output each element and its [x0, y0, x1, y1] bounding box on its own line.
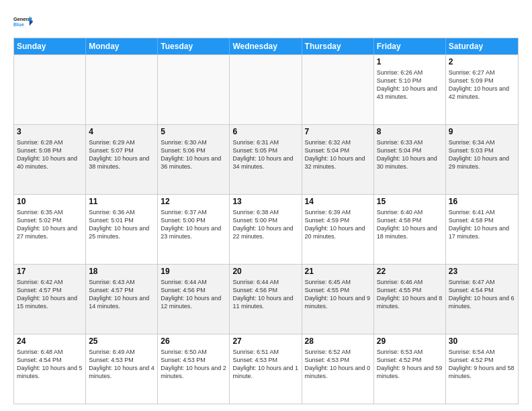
calendar-cell: 24Sunrise: 6:48 AM Sunset: 4:54 PM Dayli… [14, 334, 86, 404]
logo-icon: GeneralBlue [13, 11, 35, 32]
cell-info: Sunrise: 6:44 AM Sunset: 4:56 PM Dayligh… [232, 278, 298, 311]
calendar-row: 10Sunrise: 6:35 AM Sunset: 5:02 PM Dayli… [14, 194, 518, 264]
cell-info: Sunrise: 6:32 AM Sunset: 5:04 PM Dayligh… [305, 138, 371, 171]
calendar-cell: 22Sunrise: 6:46 AM Sunset: 4:55 PM Dayli… [374, 265, 446, 334]
cell-info: Sunrise: 6:42 AM Sunset: 4:57 PM Dayligh… [17, 278, 83, 311]
day-number: 30 [449, 336, 515, 347]
day-number: 27 [232, 336, 298, 347]
calendar-row: 24Sunrise: 6:48 AM Sunset: 4:54 PM Dayli… [14, 334, 518, 404]
day-number: 3 [17, 127, 83, 138]
calendar-cell [86, 55, 158, 124]
day-number: 1 [377, 57, 443, 68]
calendar-cell: 20Sunrise: 6:44 AM Sunset: 4:56 PM Dayli… [230, 265, 302, 334]
calendar-cell: 17Sunrise: 6:42 AM Sunset: 4:57 PM Dayli… [14, 265, 86, 334]
calendar-cell: 10Sunrise: 6:35 AM Sunset: 5:02 PM Dayli… [14, 195, 86, 264]
day-number: 16 [449, 197, 515, 208]
cell-info: Sunrise: 6:30 AM Sunset: 5:06 PM Dayligh… [161, 138, 226, 171]
calendar-cell: 25Sunrise: 6:49 AM Sunset: 4:53 PM Dayli… [86, 334, 158, 404]
cell-info: Sunrise: 6:54 AM Sunset: 4:52 PM Dayligh… [449, 348, 515, 381]
calendar-cell [302, 55, 374, 124]
cell-info: Sunrise: 6:49 AM Sunset: 4:53 PM Dayligh… [89, 348, 154, 381]
cell-info: Sunrise: 6:26 AM Sunset: 5:10 PM Dayligh… [377, 68, 443, 101]
cell-info: Sunrise: 6:35 AM Sunset: 5:02 PM Dayligh… [17, 208, 83, 241]
cell-info: Sunrise: 6:39 AM Sunset: 4:59 PM Dayligh… [305, 208, 371, 241]
weekday-header: Wednesday [230, 38, 302, 54]
cell-info: Sunrise: 6:31 AM Sunset: 5:05 PM Dayligh… [232, 138, 298, 171]
cell-info: Sunrise: 6:40 AM Sunset: 4:58 PM Dayligh… [377, 208, 443, 241]
day-number: 5 [161, 127, 226, 138]
calendar-row: 17Sunrise: 6:42 AM Sunset: 4:57 PM Dayli… [14, 264, 518, 334]
cell-info: Sunrise: 6:36 AM Sunset: 5:01 PM Dayligh… [89, 208, 154, 241]
day-number: 26 [161, 336, 226, 347]
day-number: 21 [305, 267, 371, 277]
calendar-header: SundayMondayTuesdayWednesdayThursdayFrid… [14, 38, 518, 54]
weekday-header: Sunday [14, 38, 86, 54]
cell-info: Sunrise: 6:44 AM Sunset: 4:56 PM Dayligh… [161, 278, 226, 311]
cell-info: Sunrise: 6:50 AM Sunset: 4:53 PM Dayligh… [161, 348, 226, 381]
day-number: 28 [305, 336, 371, 347]
cell-info: Sunrise: 6:33 AM Sunset: 5:04 PM Dayligh… [377, 138, 443, 171]
cell-info: Sunrise: 6:41 AM Sunset: 4:58 PM Dayligh… [449, 208, 515, 241]
calendar-cell [158, 55, 230, 124]
calendar-cell: 29Sunrise: 6:53 AM Sunset: 4:52 PM Dayli… [374, 334, 446, 404]
calendar-cell: 23Sunrise: 6:47 AM Sunset: 4:54 PM Dayli… [446, 265, 518, 334]
svg-text:Blue: Blue [13, 21, 24, 28]
day-number: 19 [161, 267, 226, 277]
calendar-cell: 4Sunrise: 6:29 AM Sunset: 5:07 PM Daylig… [86, 125, 158, 194]
day-number: 14 [305, 197, 371, 208]
day-number: 24 [17, 336, 83, 347]
cell-info: Sunrise: 6:27 AM Sunset: 5:09 PM Dayligh… [449, 68, 515, 101]
header: GeneralBlue [13, 11, 519, 32]
day-number: 9 [449, 127, 515, 138]
calendar-cell: 15Sunrise: 6:40 AM Sunset: 4:58 PM Dayli… [374, 195, 446, 264]
day-number: 8 [377, 127, 443, 138]
calendar-cell [230, 55, 302, 124]
day-number: 15 [377, 197, 443, 208]
cell-info: Sunrise: 6:43 AM Sunset: 4:57 PM Dayligh… [89, 278, 154, 311]
page: GeneralBlue SundayMondayTuesdayWednesday… [0, 0, 532, 411]
day-number: 29 [377, 336, 443, 347]
day-number: 11 [89, 197, 154, 208]
weekday-header: Monday [86, 38, 158, 54]
calendar-cell: 30Sunrise: 6:54 AM Sunset: 4:52 PM Dayli… [446, 334, 518, 404]
calendar-row: 3Sunrise: 6:28 AM Sunset: 5:08 PM Daylig… [14, 124, 518, 194]
calendar: SundayMondayTuesdayWednesdayThursdayFrid… [13, 38, 519, 404]
day-number: 4 [89, 127, 154, 138]
calendar-cell: 2Sunrise: 6:27 AM Sunset: 5:09 PM Daylig… [446, 55, 518, 124]
calendar-cell: 5Sunrise: 6:30 AM Sunset: 5:06 PM Daylig… [158, 125, 230, 194]
logo: GeneralBlue [13, 11, 35, 32]
day-number: 10 [17, 197, 83, 208]
cell-info: Sunrise: 6:28 AM Sunset: 5:08 PM Dayligh… [17, 138, 83, 171]
calendar-row: 1Sunrise: 6:26 AM Sunset: 5:10 PM Daylig… [14, 54, 518, 124]
cell-info: Sunrise: 6:45 AM Sunset: 4:55 PM Dayligh… [305, 278, 371, 311]
calendar-cell: 26Sunrise: 6:50 AM Sunset: 4:53 PM Dayli… [158, 334, 230, 404]
weekday-header: Friday [374, 38, 446, 54]
cell-info: Sunrise: 6:51 AM Sunset: 4:53 PM Dayligh… [232, 348, 298, 381]
calendar-body: 1Sunrise: 6:26 AM Sunset: 5:10 PM Daylig… [14, 54, 518, 404]
cell-info: Sunrise: 6:47 AM Sunset: 4:54 PM Dayligh… [449, 278, 515, 311]
cell-info: Sunrise: 6:53 AM Sunset: 4:52 PM Dayligh… [377, 348, 443, 381]
calendar-cell: 14Sunrise: 6:39 AM Sunset: 4:59 PM Dayli… [302, 195, 374, 264]
calendar-cell: 9Sunrise: 6:34 AM Sunset: 5:03 PM Daylig… [446, 125, 518, 194]
cell-info: Sunrise: 6:46 AM Sunset: 4:55 PM Dayligh… [377, 278, 443, 311]
calendar-cell [14, 55, 86, 124]
day-number: 25 [89, 336, 154, 347]
calendar-cell: 11Sunrise: 6:36 AM Sunset: 5:01 PM Dayli… [86, 195, 158, 264]
calendar-cell: 18Sunrise: 6:43 AM Sunset: 4:57 PM Dayli… [86, 265, 158, 334]
calendar-cell: 6Sunrise: 6:31 AM Sunset: 5:05 PM Daylig… [230, 125, 302, 194]
calendar-cell: 1Sunrise: 6:26 AM Sunset: 5:10 PM Daylig… [374, 55, 446, 124]
day-number: 13 [232, 197, 298, 208]
cell-info: Sunrise: 6:37 AM Sunset: 5:00 PM Dayligh… [161, 208, 226, 241]
calendar-cell: 28Sunrise: 6:52 AM Sunset: 4:53 PM Dayli… [302, 334, 374, 404]
day-number: 12 [161, 197, 226, 208]
calendar-cell: 8Sunrise: 6:33 AM Sunset: 5:04 PM Daylig… [374, 125, 446, 194]
weekday-header: Thursday [302, 38, 374, 54]
weekday-header: Saturday [446, 38, 518, 54]
day-number: 7 [305, 127, 371, 138]
calendar-cell: 12Sunrise: 6:37 AM Sunset: 5:00 PM Dayli… [158, 195, 230, 264]
day-number: 20 [232, 267, 298, 277]
day-number: 18 [89, 267, 154, 277]
cell-info: Sunrise: 6:34 AM Sunset: 5:03 PM Dayligh… [449, 138, 515, 171]
calendar-cell: 16Sunrise: 6:41 AM Sunset: 4:58 PM Dayli… [446, 195, 518, 264]
day-number: 22 [377, 267, 443, 277]
